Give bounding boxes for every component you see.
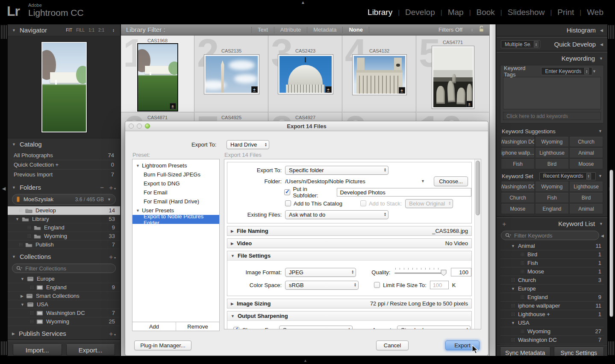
sharpen-for-dropdown[interactable]: Screen bbox=[279, 326, 353, 330]
module-slideshow[interactable]: Slideshow bbox=[502, 8, 550, 17]
quick-develop-header[interactable]: Multiple Se... Quick Develop ◀ bbox=[497, 38, 607, 51]
folder-row-wyoming[interactable]: Wyoming 33 bbox=[8, 232, 120, 241]
remove-folder-icon[interactable]: − bbox=[100, 184, 104, 191]
navigator-preview[interactable] bbox=[8, 36, 120, 138]
cancel-button[interactable]: Cancel bbox=[376, 341, 409, 350]
image-format-dropdown[interactable]: JPEG bbox=[285, 268, 356, 277]
collection-set-europe[interactable]: ▼ Europe bbox=[8, 275, 120, 283]
output-sharpening-header[interactable]: ▼ Output Sharpening bbox=[227, 311, 471, 320]
export-button[interactable]: Export... bbox=[66, 344, 115, 355]
add-to-stack-checkbox[interactable] bbox=[360, 200, 366, 206]
filter-keywords-search[interactable]: Filter Keywords bbox=[501, 231, 599, 240]
suggestion-button[interactable]: Church bbox=[569, 136, 603, 147]
preset-for-email[interactable]: For Email bbox=[132, 188, 219, 197]
keyword-set-header[interactable]: Keyword Set Recent Keywords ▼ bbox=[497, 171, 607, 181]
preset-group-lightroom[interactable]: ▼ Lightroom Presets bbox=[132, 161, 219, 170]
folders-header[interactable]: ▼ Folders − ＋▾ bbox=[8, 182, 120, 193]
keyword-set-button[interactable]: Washington DC bbox=[501, 181, 535, 192]
folder-history-icon[interactable]: ▼ bbox=[421, 179, 425, 183]
saved-preset-dropdown[interactable]: Multiple Se... bbox=[501, 40, 540, 48]
keyword-tags-mode-dropdown[interactable]: Enter Keywords bbox=[541, 67, 592, 75]
keyword-set-button[interactable]: Moose bbox=[501, 203, 535, 214]
disclosure-right-icon[interactable]: ▶ bbox=[231, 302, 234, 306]
volume-browser[interactable]: MoeSzyslak 3.6 / 465 GB ▼ bbox=[12, 194, 116, 205]
photo-thumbnail-cas4132[interactable]: ± bbox=[352, 54, 407, 95]
zoom-fit[interactable]: FIT bbox=[66, 28, 72, 32]
preset-for-email-hard-drive[interactable]: For Email (Hard Drive) bbox=[132, 197, 219, 206]
scrollbar-thumb[interactable] bbox=[476, 161, 480, 215]
add-keywords-field[interactable]: Click here to add keywords bbox=[503, 112, 601, 120]
sharpen-for-checkbox[interactable] bbox=[233, 327, 239, 329]
keyword-tags-textarea[interactable] bbox=[503, 77, 601, 109]
keyword-set-button[interactable]: Lighthouse bbox=[569, 181, 603, 192]
import-button[interactable]: Import... bbox=[13, 344, 62, 355]
collection-set-usa[interactable]: ▼ USA bbox=[8, 300, 120, 309]
collection-england[interactable]: England 9 bbox=[8, 283, 120, 292]
image-sizing-section[interactable]: ▶ Image Sizing 72 ppi / Resize Long Edge… bbox=[227, 299, 472, 308]
settings-scrollbar[interactable] bbox=[474, 159, 481, 329]
filter-tab-attribute[interactable]: Attribute bbox=[274, 26, 307, 33]
filters-off-dropdown[interactable]: Filters Off bbox=[438, 26, 462, 33]
plugin-manager-button[interactable]: Plug-in Manager... bbox=[134, 341, 191, 350]
disclosure-down-icon[interactable]: ▼ bbox=[21, 277, 24, 281]
module-develop[interactable]: Develop bbox=[400, 8, 441, 17]
put-in-subfolder-checkbox[interactable] bbox=[284, 189, 290, 195]
add-keyword-icon[interactable]: ＋ bbox=[501, 220, 507, 227]
suggestion-button[interactable]: iphone wallp... bbox=[501, 147, 535, 158]
add-to-stack-dropdown[interactable]: Below Original bbox=[405, 199, 453, 208]
photo-thumbnail-cas1968[interactable]: ± bbox=[137, 43, 178, 112]
file-settings-header[interactable]: ▼ File Settings bbox=[227, 251, 471, 260]
develop-badge-icon[interactable]: ± bbox=[170, 103, 176, 109]
disclosure-down-icon[interactable]: ▼ bbox=[231, 254, 235, 258]
grid-cell-cas2423[interactable]: 3 CAS2423 ± bbox=[269, 35, 342, 112]
add-preset-button[interactable]: Add bbox=[132, 322, 176, 331]
limit-file-size-checkbox[interactable] bbox=[374, 282, 380, 288]
grid-cell-cas2135[interactable]: 2 CAS2135 ± bbox=[195, 35, 268, 112]
location-export-to-dropdown[interactable]: Specific folder bbox=[285, 166, 388, 175]
disclosure-down-icon[interactable]: ▼ bbox=[511, 287, 515, 291]
limit-file-size-input[interactable] bbox=[430, 281, 449, 289]
collection-washington-dc[interactable]: Washington DC 7 bbox=[8, 309, 120, 317]
photo-thumbnail-cas2135[interactable]: ± bbox=[204, 54, 259, 94]
keywording-header[interactable]: Keywording ▼ bbox=[497, 53, 607, 64]
keyword-row-europe[interactable]: ▼ Europe bbox=[500, 285, 604, 293]
suggestion-button[interactable]: Animal bbox=[569, 147, 603, 158]
filter-tab-none[interactable]: None bbox=[343, 26, 369, 33]
module-web[interactable]: Web bbox=[581, 8, 609, 17]
grid-cell-cas1968[interactable]: 1 CAS1968 ± bbox=[121, 35, 194, 112]
filter-collections-search[interactable]: Filter Collections bbox=[12, 264, 116, 273]
suggestion-button[interactable]: Wyoming bbox=[535, 136, 569, 147]
add-publish-service-icon[interactable]: ＋▾ bbox=[108, 330, 116, 337]
keyword-suggestions-header[interactable]: Keyword Suggestions ▼ bbox=[497, 126, 607, 136]
subfolder-name-input[interactable] bbox=[337, 188, 471, 197]
color-space-dropdown[interactable]: sRGB bbox=[285, 281, 359, 290]
keyword-set-button[interactable]: England bbox=[535, 203, 569, 214]
keyword-row-england[interactable]: England 9 bbox=[500, 293, 604, 302]
keyword-row-animal[interactable]: ▼ Animal 11 bbox=[500, 242, 604, 250]
suggestion-button[interactable]: Lighthouse bbox=[535, 147, 569, 158]
keyword-row-fish[interactable]: Fish 1 bbox=[500, 259, 604, 267]
zoom-1-1[interactable]: 1:1 bbox=[88, 28, 94, 32]
add-to-catalog-checkbox[interactable] bbox=[285, 200, 291, 206]
dialog-title-bar[interactable]: Export 14 Files bbox=[125, 121, 488, 131]
module-map[interactable]: Map bbox=[442, 8, 469, 17]
disclosure-left-icon[interactable]: ◀ bbox=[601, 234, 604, 238]
develop-badge-icon[interactable]: ± bbox=[399, 87, 405, 94]
grid-scrollbar[interactable] bbox=[489, 24, 496, 356]
disclosure-down-icon[interactable]: ▼ bbox=[15, 217, 19, 221]
catalog-previous-import[interactable]: Previous Import 7 bbox=[13, 170, 115, 179]
histogram-header[interactable]: Histogram ◀ bbox=[497, 24, 607, 36]
grid-cell-cas4132[interactable]: 4 CAS4132 ± bbox=[343, 35, 416, 112]
photo-thumbnail-cas2423[interactable]: ± bbox=[278, 54, 333, 94]
file-naming-section[interactable]: ▶ File Naming _CAS1968.jpg bbox=[227, 226, 472, 236]
keyword-set-button[interactable]: Wyoming bbox=[535, 181, 569, 192]
export-to-dropdown[interactable]: Hard Drive bbox=[227, 140, 269, 149]
module-book[interactable]: Book bbox=[471, 8, 500, 17]
develop-badge-icon[interactable]: ± bbox=[251, 86, 258, 93]
folder-row-publish[interactable]: Publish 7 bbox=[8, 241, 120, 249]
folder-row-library[interactable]: ▼ Library 53 bbox=[8, 215, 120, 223]
disclosure-down-icon[interactable]: ▼ bbox=[21, 302, 24, 307]
preset-burn-full-sized-jpegs[interactable]: Burn Full-Sized JPEGs bbox=[132, 170, 219, 179]
amount-dropdown[interactable]: Standard bbox=[397, 326, 471, 330]
keyword-row-usa[interactable]: ▼ USA bbox=[500, 319, 604, 327]
